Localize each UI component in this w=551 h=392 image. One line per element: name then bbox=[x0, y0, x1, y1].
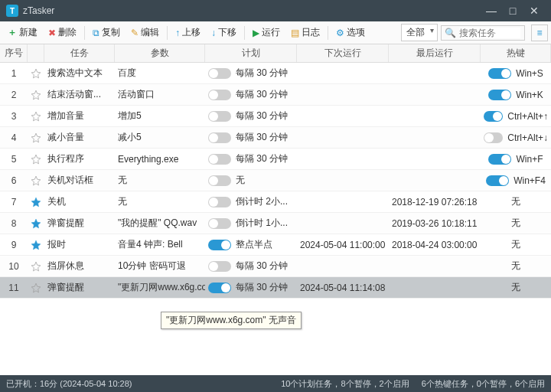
enable-toggle[interactable] bbox=[208, 261, 231, 272]
cell-task: 报时 bbox=[44, 238, 115, 251]
header-hotkey[interactable]: 热键 bbox=[481, 44, 551, 62]
toolbar: ＋新建 ✖删除 ⧉复制 ✎编辑 ↑上移 ↓下移 ▶运行 ▤日志 ⚙选项 全部 🔍… bbox=[0, 21, 551, 44]
run-button[interactable]: ▶运行 bbox=[248, 24, 285, 41]
star-toggle[interactable] bbox=[28, 218, 44, 229]
cell-hotkey: 无 bbox=[481, 238, 551, 251]
star-icon bbox=[31, 197, 41, 207]
options-button[interactable]: ⚙选项 bbox=[331, 24, 370, 41]
log-button[interactable]: ▤日志 bbox=[286, 24, 324, 41]
header-index[interactable]: 序号 bbox=[0, 44, 28, 62]
enable-toggle[interactable] bbox=[208, 154, 231, 165]
hotkey-toggle[interactable] bbox=[484, 132, 503, 143]
moveup-button[interactable]: ↑上移 bbox=[171, 24, 205, 41]
cell-hotkey: Ctrl+Alt+↓ bbox=[481, 132, 551, 143]
header-param[interactable]: 参数 bbox=[115, 44, 205, 62]
cell-task: 关机对话框 bbox=[44, 174, 115, 187]
list-view-toggle[interactable]: ≡ bbox=[531, 24, 548, 41]
cell-plan: 每隔 30 分钟 bbox=[205, 67, 297, 80]
cell-index: 3 bbox=[0, 111, 28, 122]
delete-button[interactable]: ✖删除 bbox=[44, 24, 81, 41]
cell-task: 弹窗提醒 bbox=[44, 281, 115, 294]
cell-plan: 每隔 30 分钟 bbox=[205, 152, 297, 165]
cell-hotkey: 无 bbox=[481, 260, 551, 273]
status-uptime: 已开机：16分 (2024-05-04 10:28) bbox=[6, 378, 132, 390]
copy-icon: ⧉ bbox=[93, 28, 99, 38]
star-icon bbox=[31, 154, 41, 165]
titlebar: T zTasker — □ ✕ bbox=[0, 0, 551, 21]
new-button[interactable]: ＋新建 bbox=[3, 24, 42, 41]
cell-index: 5 bbox=[0, 154, 28, 165]
edit-button[interactable]: ✎编辑 bbox=[126, 24, 164, 41]
copy-button[interactable]: ⧉复制 bbox=[88, 24, 125, 41]
cell-plan: 倒计时 1小... bbox=[205, 217, 297, 230]
header-plan[interactable]: 计划 bbox=[205, 44, 297, 62]
close-button[interactable]: ✕ bbox=[523, 5, 545, 17]
header-task[interactable]: 任务 bbox=[44, 44, 115, 62]
cell-index: 8 bbox=[0, 218, 28, 229]
star-toggle[interactable] bbox=[28, 111, 44, 122]
filter-select[interactable]: 全部 bbox=[401, 24, 438, 41]
star-toggle[interactable] bbox=[28, 68, 44, 79]
star-toggle[interactable] bbox=[28, 197, 44, 207]
table-row[interactable]: 2结束活动窗...活动窗口每隔 30 分钟Win+K bbox=[0, 84, 551, 106]
cell-param: 无 bbox=[115, 174, 205, 187]
star-toggle[interactable] bbox=[28, 90, 44, 100]
edit-icon: ✎ bbox=[131, 28, 139, 38]
star-toggle[interactable] bbox=[28, 154, 44, 165]
cell-param: 减小5 bbox=[115, 131, 205, 144]
table-row[interactable]: 3增加音量增加5每隔 30 分钟Ctrl+Alt+↑ bbox=[0, 106, 551, 127]
table-row[interactable]: 9报时音量4 钟声: Bell整点半点2024-05-04 11:00:0020… bbox=[0, 234, 551, 256]
hotkey-toggle[interactable] bbox=[488, 154, 511, 165]
movedown-button[interactable]: ↓下移 bbox=[207, 24, 241, 41]
cell-task: 挡屏休息 bbox=[44, 260, 115, 273]
hotkey-toggle[interactable] bbox=[488, 68, 511, 79]
cell-hotkey: 无 bbox=[481, 217, 551, 230]
maximize-button[interactable]: □ bbox=[502, 5, 523, 17]
table-row[interactable]: 1搜索选中文本百度每隔 30 分钟Win+S bbox=[0, 63, 551, 84]
enable-toggle[interactable] bbox=[208, 218, 231, 229]
cell-next: 2024-05-04 11:14:08 bbox=[297, 283, 389, 293]
play-icon: ▶ bbox=[253, 28, 259, 38]
cell-hotkey: 无 bbox=[481, 281, 551, 294]
table-row[interactable]: 5执行程序Everything.exe每隔 30 分钟Win+F bbox=[0, 149, 551, 170]
search-box[interactable]: 🔍 bbox=[441, 25, 525, 41]
star-toggle[interactable] bbox=[28, 132, 44, 143]
table-row[interactable]: 4减小音量减小5每隔 30 分钟Ctrl+Alt+↓ bbox=[0, 127, 551, 149]
table-row[interactable]: 11弹窗提醒"更新刀网www.x6g.com" 无声音每隔 30 分钟2024-… bbox=[0, 277, 551, 299]
enable-toggle[interactable] bbox=[208, 90, 231, 100]
gear-icon: ⚙ bbox=[336, 28, 344, 38]
star-toggle[interactable] bbox=[28, 175, 44, 186]
enable-toggle[interactable] bbox=[208, 283, 231, 293]
header-next[interactable]: 下次运行 bbox=[297, 44, 389, 62]
star-toggle[interactable] bbox=[28, 261, 44, 272]
table-row[interactable]: 8弹窗提醒"我的提醒" QQ.wav倒计时 1小...2019-03-26 10… bbox=[0, 213, 551, 234]
hotkey-toggle[interactable] bbox=[486, 175, 509, 186]
table-row[interactable]: 7关机无倒计时 2小...2018-12-19 07:26:18无 bbox=[0, 191, 551, 213]
cell-param: "更新刀网www.x6g.com" 无声音 bbox=[115, 281, 205, 294]
hotkey-toggle[interactable] bbox=[484, 111, 503, 122]
cell-plan: 每隔 30 分钟 bbox=[205, 88, 297, 101]
cell-plan: 整点半点 bbox=[205, 238, 297, 251]
cell-index: 6 bbox=[0, 175, 28, 186]
table-row[interactable]: 6关机对话框无无Win+F4 bbox=[0, 170, 551, 191]
enable-toggle[interactable] bbox=[208, 111, 231, 122]
star-toggle[interactable] bbox=[28, 283, 44, 293]
star-toggle[interactable] bbox=[28, 240, 44, 250]
header-star[interactable] bbox=[28, 44, 44, 62]
enable-toggle[interactable] bbox=[208, 175, 231, 186]
cell-param: 活动窗口 bbox=[115, 88, 205, 101]
star-icon bbox=[31, 68, 41, 79]
arrow-down-icon: ↓ bbox=[211, 28, 216, 38]
cell-param: Everything.exe bbox=[115, 154, 205, 165]
status-hotkey-tasks: 6个热键任务，0个暂停，6个启用 bbox=[422, 378, 545, 390]
enable-toggle[interactable] bbox=[208, 68, 231, 79]
minimize-button[interactable]: — bbox=[481, 5, 502, 17]
header-last[interactable]: 最后运行 bbox=[389, 44, 481, 62]
enable-toggle[interactable] bbox=[208, 197, 231, 207]
table-row[interactable]: 10挡屏休息10分钟 密码可退每隔 30 分钟无 bbox=[0, 256, 551, 277]
hotkey-toggle[interactable] bbox=[488, 90, 511, 100]
search-input[interactable] bbox=[459, 28, 520, 38]
enable-toggle[interactable] bbox=[208, 132, 231, 143]
enable-toggle[interactable] bbox=[208, 240, 231, 250]
star-icon bbox=[31, 218, 41, 229]
